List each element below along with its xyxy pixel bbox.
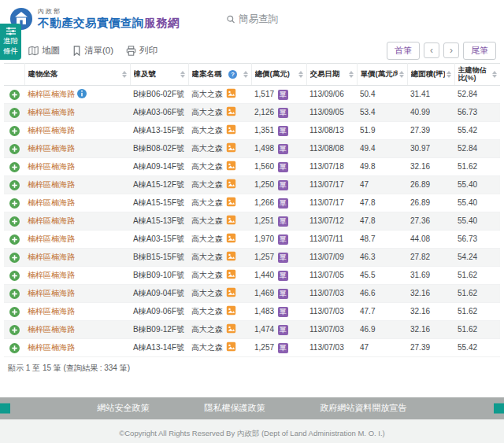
sort-arrows-icon[interactable] bbox=[298, 71, 303, 78]
header-date[interactable]: 交易日期 bbox=[306, 64, 357, 86]
plus-icon[interactable] bbox=[9, 108, 20, 118]
plus-icon[interactable] bbox=[9, 343, 20, 353]
row-project: 高大之森 bbox=[191, 234, 223, 243]
header-building[interactable]: 棟及號 bbox=[130, 64, 188, 86]
price-unit-badge[interactable]: 單 bbox=[278, 108, 288, 118]
site-logo[interactable]: 內政部 不動產交易實價查詢服務網 bbox=[9, 7, 180, 31]
question-icon[interactable]: ? bbox=[228, 70, 237, 79]
plus-icon[interactable] bbox=[9, 216, 20, 227]
plus-icon[interactable] bbox=[9, 180, 20, 190]
sort-arrows-icon[interactable] bbox=[243, 71, 248, 78]
photo-icon[interactable] bbox=[226, 142, 236, 153]
table-row[interactable]: 楠梓區楠海路 B棟B08-02F號 高大之森 1,498單 113/08/08 … bbox=[4, 139, 500, 157]
table-row[interactable]: 楠梓區楠海路 B棟B06-02F號 高大之森 1,517單 113/09/06 … bbox=[4, 85, 500, 103]
row-add-cell bbox=[4, 85, 24, 103]
photo-icon[interactable] bbox=[226, 179, 236, 189]
price-unit-badge[interactable]: 單 bbox=[278, 253, 288, 263]
header-location[interactable]: 建物坐落 bbox=[24, 64, 130, 86]
plus-icon[interactable] bbox=[9, 289, 20, 299]
footer-link-security[interactable]: 網站安全政策 bbox=[98, 402, 150, 414]
table-row[interactable]: 楠梓區楠海路 B棟B09-12F號 高大之森 1,474單 113/07/03 … bbox=[4, 320, 500, 338]
price-unit-badge[interactable]: 單 bbox=[278, 289, 288, 299]
next-page-button[interactable]: › bbox=[443, 42, 459, 58]
plus-icon[interactable] bbox=[9, 253, 20, 263]
list-button[interactable]: 清單(0) bbox=[72, 45, 113, 57]
header-area[interactable]: 總面積(坪) bbox=[407, 64, 454, 86]
row-date: 113/07/09 bbox=[306, 248, 357, 266]
sort-arrows-icon[interactable] bbox=[447, 71, 451, 78]
photo-icon[interactable] bbox=[226, 161, 236, 171]
plus-icon[interactable] bbox=[9, 234, 20, 245]
table-row[interactable]: 楠梓區楠海路 A棟A03-06F號 高大之森 2,126單 113/09/05 … bbox=[4, 103, 500, 121]
table-row[interactable]: 楠梓區楠海路 A棟A15-15F號 高大之森 1,266單 113/07/17 … bbox=[4, 194, 500, 212]
price-unit-badge[interactable]: 單 bbox=[278, 90, 288, 100]
row-total-price-cell: 1,970單 bbox=[251, 230, 306, 248]
photo-icon[interactable] bbox=[226, 106, 236, 116]
table-row[interactable]: 楠梓區楠海路 A棟A15-13F號 高大之森 1,251單 113/07/12 … bbox=[4, 212, 500, 230]
photo-icon[interactable] bbox=[226, 305, 236, 316]
photo-icon[interactable] bbox=[226, 215, 236, 225]
price-unit-badge[interactable]: 單 bbox=[278, 126, 288, 136]
table-row[interactable]: 楠梓區楠海路 B棟B15-15F號 高大之森 1,257單 113/07/09 … bbox=[4, 248, 500, 266]
footer-link-opendata[interactable]: 政府網站資料開放宣告 bbox=[321, 402, 407, 414]
row-building: B棟B15-15F號 bbox=[130, 248, 188, 266]
sort-arrows-icon[interactable] bbox=[122, 71, 127, 78]
title-block: 內政部 不動產交易實價查詢服務網 bbox=[38, 7, 180, 31]
table-row[interactable]: 楠梓區楠海路 A棟A03-15F號 高大之森 1,970單 113/07/11 … bbox=[4, 230, 500, 248]
plus-icon[interactable] bbox=[9, 90, 20, 100]
price-unit-badge[interactable]: 單 bbox=[278, 307, 288, 317]
map-button[interactable]: 地圖 bbox=[28, 45, 60, 57]
table-row[interactable]: 楠梓區楠海路 A棟A13-15F號 高大之森 1,351單 113/08/13 … bbox=[4, 121, 500, 139]
plus-icon[interactable] bbox=[9, 198, 20, 209]
price-unit-badge[interactable]: 單 bbox=[278, 325, 288, 335]
plus-icon[interactable] bbox=[9, 325, 20, 335]
table-row[interactable]: 楠梓區楠海路 A棟A09-14F號 高大之森 1,560單 113/07/18 … bbox=[4, 157, 500, 175]
plus-icon[interactable] bbox=[9, 162, 20, 172]
photo-icon[interactable] bbox=[226, 323, 236, 334]
photo-icon[interactable] bbox=[226, 269, 236, 279]
price-unit-badge[interactable]: 單 bbox=[278, 180, 288, 190]
results-summary: 顯示 1 至 15 筆 (查詢結果 : 334 筆) bbox=[0, 357, 504, 374]
photo-icon[interactable] bbox=[226, 287, 236, 297]
row-area: 32.16 bbox=[407, 302, 454, 320]
photo-icon[interactable] bbox=[226, 124, 236, 135]
price-unit-badge[interactable]: 單 bbox=[278, 216, 288, 227]
photo-icon[interactable] bbox=[226, 88, 236, 98]
table-row[interactable]: 楠梓區楠海路 A棟A09-04F號 高大之森 1,469單 113/07/03 … bbox=[4, 284, 500, 302]
sort-arrows-icon[interactable] bbox=[399, 71, 404, 78]
photo-icon[interactable] bbox=[226, 251, 236, 261]
table-row[interactable]: 楠梓區楠海路 A棟A13-14F號 高大之森 1,257單 113/07/03 … bbox=[4, 338, 500, 356]
plus-icon[interactable] bbox=[9, 271, 20, 281]
table-row[interactable]: 楠梓區楠海路 A棟A09-06F號 高大之森 1,483單 113/07/03 … bbox=[4, 302, 500, 320]
table-row[interactable]: 楠梓區楠海路 B棟B09-10F號 高大之森 1,440單 113/07/05 … bbox=[4, 266, 500, 284]
price-unit-badge[interactable]: 單 bbox=[278, 271, 288, 281]
price-unit-badge[interactable]: 單 bbox=[278, 234, 288, 245]
last-page-button[interactable]: 尾筆 bbox=[463, 42, 496, 60]
info-icon[interactable] bbox=[77, 89, 87, 98]
prev-page-button[interactable]: ‹ bbox=[424, 42, 439, 58]
price-unit-badge[interactable]: 單 bbox=[278, 198, 288, 209]
first-page-button[interactable]: 首筆 bbox=[387, 42, 420, 60]
plus-icon[interactable] bbox=[9, 144, 20, 154]
plus-icon[interactable] bbox=[9, 126, 20, 136]
sort-arrows-icon[interactable] bbox=[492, 71, 497, 78]
photo-icon[interactable] bbox=[226, 197, 236, 207]
plus-icon[interactable] bbox=[9, 307, 20, 317]
print-button[interactable]: 列印 bbox=[126, 45, 158, 57]
photo-icon[interactable] bbox=[226, 341, 236, 352]
table-row[interactable]: 楠梓區楠海路 A棟A15-12F號 高大之森 1,250單 113/07/17 … bbox=[4, 175, 500, 194]
header-project[interactable]: 建案名稱? bbox=[188, 64, 251, 86]
price-unit-badge[interactable]: 單 bbox=[278, 162, 288, 172]
price-unit-badge[interactable]: 單 bbox=[278, 343, 288, 353]
photo-icon[interactable] bbox=[226, 233, 236, 243]
header-total-price[interactable]: 總價(萬元) bbox=[251, 64, 306, 86]
header-unit-price[interactable]: 單價(萬元/坪) bbox=[357, 64, 407, 86]
sort-arrows-icon[interactable] bbox=[349, 71, 354, 78]
price-unit-badge[interactable]: 單 bbox=[278, 144, 288, 154]
footer-link-privacy[interactable]: 隱私權保護政策 bbox=[205, 402, 265, 414]
advanced-filter-button[interactable]: 進階 條件 bbox=[0, 24, 21, 60]
header-ratio[interactable]: 主建物佔比(%) bbox=[454, 64, 500, 86]
sort-arrows-icon[interactable] bbox=[180, 71, 185, 78]
row-ratio: 51.62 bbox=[454, 157, 500, 175]
row-ratio: 51.62 bbox=[454, 284, 500, 302]
